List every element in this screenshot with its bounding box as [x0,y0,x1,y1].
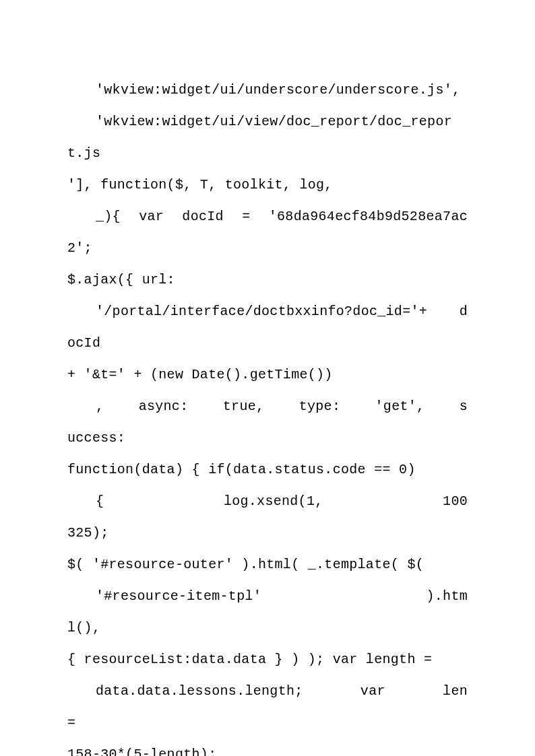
code-line: + '&t=' + (new Date().getTime()) [67,359,468,390]
code-line: 158-30*(5-length); [67,738,468,756]
code-block: 'wkview:widget/ui/underscore/underscore.… [67,74,468,756]
code-line: , async: true, type: 'get', success: [67,390,468,454]
code-line: $.ajax({ url: [67,264,468,296]
code-line: data.data.lessons.length; var len = [67,675,468,738]
code-line: _){ var docId = '68da964ecf84b9d528ea7ac… [67,201,468,264]
code-line: '/portal/interface/doctbxxinfo?doc_id='+… [67,296,468,359]
code-line: function(data) { if(data.status.code == … [67,454,468,485]
code-line: 'wkview:widget/ui/underscore/underscore.… [67,74,468,106]
code-line: 'wkview:widget/ui/view/doc_report/doc_re… [67,106,468,169]
code-line: '#resource-item-tpl' ).html(), [67,580,468,644]
code-line: '], function($, T, toolkit, log, [67,169,468,201]
code-line: $( '#resource-outer' ).html( _.template(… [67,549,468,580]
document-page: 'wkview:widget/ui/underscore/underscore.… [0,0,535,756]
code-line: { resourceList:data.data } ) ); var leng… [67,644,468,675]
code-line: { log.xsend(1, 100325); [67,485,468,549]
